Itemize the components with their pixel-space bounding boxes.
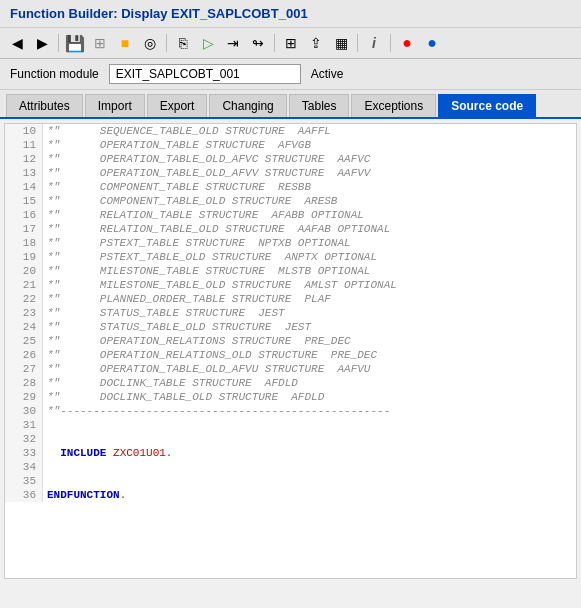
- line-number: 15: [5, 194, 43, 208]
- line-content[interactable]: *" DOCLINK_TABLE STRUCTURE AFDLD: [43, 376, 576, 390]
- toolbar-separator-3: [274, 34, 275, 52]
- toolbar-separator-4: [357, 34, 358, 52]
- grid-btn[interactable]: ▦: [330, 32, 352, 54]
- line-content[interactable]: *" COMPONENT_TABLE STRUCTURE RESBB: [43, 180, 576, 194]
- function-module-bar: Function module EXIT_SAPLCOBT_001 Active: [0, 59, 581, 90]
- line-number: 23: [5, 306, 43, 320]
- code-line-25: 25*" OPERATION_RELATIONS STRUCTURE PRE_D…: [5, 334, 576, 348]
- line-content[interactable]: *" OPERATION_TABLE_OLD_AFVU STRUCTURE AA…: [43, 362, 576, 376]
- red-icon-btn[interactable]: ●: [396, 32, 418, 54]
- line-number: 36: [5, 488, 43, 502]
- code-line-31: 31: [5, 418, 576, 432]
- shortcut-btn[interactable]: ⊞: [89, 32, 111, 54]
- code-line-32: 32: [5, 432, 576, 446]
- line-content[interactable]: ENDFUNCTION.: [43, 488, 576, 502]
- line-content[interactable]: *" RELATION_TABLE_OLD STRUCTURE AAFAB OP…: [43, 222, 576, 236]
- line-number: 12: [5, 152, 43, 166]
- line-number: 34: [5, 460, 43, 474]
- line-number: 29: [5, 390, 43, 404]
- line-number: 16: [5, 208, 43, 222]
- line-number: 22: [5, 292, 43, 306]
- color-btn[interactable]: ■: [114, 32, 136, 54]
- line-content[interactable]: *" OPERATION_TABLE STRUCTURE AFVGB: [43, 138, 576, 152]
- tab-export[interactable]: Export: [147, 94, 208, 117]
- code-line-10: 10*" SEQUENCE_TABLE_OLD STRUCTURE AAFFL: [5, 124, 576, 138]
- run-btn[interactable]: ▷: [197, 32, 219, 54]
- code-line-35: 35: [5, 474, 576, 488]
- title-text: Function Builder: Display EXIT_SAPLCOBT_…: [10, 6, 308, 21]
- tab-tables[interactable]: Tables: [289, 94, 350, 117]
- toolbar: ◀ ▶ 💾 ⊞ ■ ◎ ⎘ ▷ ⇥ ↬ ⊞ ⇪ ▦ i ● ●: [0, 28, 581, 59]
- line-content[interactable]: *" OPERATION_TABLE_OLD_AFVV STRUCTURE AA…: [43, 166, 576, 180]
- line-number: 27: [5, 362, 43, 376]
- line-content[interactable]: *" STATUS_TABLE_OLD STRUCTURE JEST: [43, 320, 576, 334]
- code-line-20: 20*" MILESTONE_TABLE STRUCTURE MLSTB OPT…: [5, 264, 576, 278]
- line-number: 13: [5, 166, 43, 180]
- tab-exceptions[interactable]: Exceptions: [351, 94, 436, 117]
- code-line-29: 29*" DOCLINK_TABLE_OLD STRUCTURE AFDLD: [5, 390, 576, 404]
- line-content[interactable]: *" OPERATION_TABLE_OLD_AFVC STRUCTURE AA…: [43, 152, 576, 166]
- line-content[interactable]: *"--------------------------------------…: [43, 404, 576, 418]
- line-content[interactable]: *" RELATION_TABLE STRUCTURE AFABB OPTION…: [43, 208, 576, 222]
- tab-bar: Attributes Import Export Changing Tables…: [0, 90, 581, 119]
- back-btn[interactable]: ◀: [6, 32, 28, 54]
- code-line-23: 23*" STATUS_TABLE STRUCTURE JEST: [5, 306, 576, 320]
- line-content[interactable]: *" STATUS_TABLE STRUCTURE JEST: [43, 306, 576, 320]
- copy-btn[interactable]: ⎘: [172, 32, 194, 54]
- title-bar: Function Builder: Display EXIT_SAPLCOBT_…: [0, 0, 581, 28]
- circle-btn[interactable]: ◎: [139, 32, 161, 54]
- blue-icon-btn[interactable]: ●: [421, 32, 443, 54]
- line-content[interactable]: *" PSTEXT_TABLE STRUCTURE NPTXB OPTIONAL: [43, 236, 576, 250]
- step-btn[interactable]: ⇥: [222, 32, 244, 54]
- line-content[interactable]: [43, 460, 576, 462]
- line-number: 25: [5, 334, 43, 348]
- line-number: 18: [5, 236, 43, 250]
- tab-changing[interactable]: Changing: [209, 94, 286, 117]
- line-content[interactable]: *" MILESTONE_TABLE STRUCTURE MLSTB OPTIO…: [43, 264, 576, 278]
- line-content[interactable]: INCLUDE ZXC01U01.: [43, 446, 576, 460]
- line-content[interactable]: [43, 432, 576, 434]
- forward-btn[interactable]: ▶: [31, 32, 53, 54]
- code-area[interactable]: 10*" SEQUENCE_TABLE_OLD STRUCTURE AAFFL1…: [4, 123, 577, 579]
- code-line-34: 34: [5, 460, 576, 474]
- save-btn[interactable]: 💾: [64, 32, 86, 54]
- table-btn[interactable]: ⊞: [280, 32, 302, 54]
- line-content[interactable]: [43, 474, 576, 476]
- tab-import[interactable]: Import: [85, 94, 145, 117]
- code-line-33: 33 INCLUDE ZXC01U01.: [5, 446, 576, 460]
- line-content[interactable]: *" OPERATION_RELATIONS_OLD STRUCTURE PRE…: [43, 348, 576, 362]
- line-number: 14: [5, 180, 43, 194]
- line-number: 17: [5, 222, 43, 236]
- info-btn[interactable]: i: [363, 32, 385, 54]
- line-content[interactable]: *" MILESTONE_TABLE_OLD STRUCTURE AMLST O…: [43, 278, 576, 292]
- line-content[interactable]: *" SEQUENCE_TABLE_OLD STRUCTURE AAFFL: [43, 124, 576, 138]
- tab-attributes[interactable]: Attributes: [6, 94, 83, 117]
- upload-btn[interactable]: ⇪: [305, 32, 327, 54]
- line-content[interactable]: *" COMPONENT_TABLE_OLD STRUCTURE ARESB: [43, 194, 576, 208]
- line-number: 32: [5, 432, 43, 446]
- arrow-btn[interactable]: ↬: [247, 32, 269, 54]
- fm-value: EXIT_SAPLCOBT_001: [109, 64, 301, 84]
- code-line-21: 21*" MILESTONE_TABLE_OLD STRUCTURE AMLST…: [5, 278, 576, 292]
- code-line-26: 26*" OPERATION_RELATIONS_OLD STRUCTURE P…: [5, 348, 576, 362]
- code-line-18: 18*" PSTEXT_TABLE STRUCTURE NPTXB OPTION…: [5, 236, 576, 250]
- line-number: 26: [5, 348, 43, 362]
- code-line-15: 15*" COMPONENT_TABLE_OLD STRUCTURE ARESB: [5, 194, 576, 208]
- fm-label: Function module: [10, 67, 99, 81]
- tab-source-code[interactable]: Source code: [438, 94, 536, 117]
- code-line-17: 17*" RELATION_TABLE_OLD STRUCTURE AAFAB …: [5, 222, 576, 236]
- code-line-22: 22*" PLANNED_ORDER_TABLE STRUCTURE PLAF: [5, 292, 576, 306]
- code-line-13: 13*" OPERATION_TABLE_OLD_AFVV STRUCTURE …: [5, 166, 576, 180]
- line-content[interactable]: *" OPERATION_RELATIONS STRUCTURE PRE_DEC: [43, 334, 576, 348]
- code-line-24: 24*" STATUS_TABLE_OLD STRUCTURE JEST: [5, 320, 576, 334]
- line-content[interactable]: *" PSTEXT_TABLE_OLD STRUCTURE ANPTX OPTI…: [43, 250, 576, 264]
- code-line-19: 19*" PSTEXT_TABLE_OLD STRUCTURE ANPTX OP…: [5, 250, 576, 264]
- line-content[interactable]: *" DOCLINK_TABLE_OLD STRUCTURE AFDLD: [43, 390, 576, 404]
- line-number: 28: [5, 376, 43, 390]
- code-container: 10*" SEQUENCE_TABLE_OLD STRUCTURE AAFFL1…: [5, 124, 576, 502]
- fm-status: Active: [311, 67, 344, 81]
- line-number: 10: [5, 124, 43, 138]
- line-content[interactable]: [43, 418, 576, 420]
- toolbar-separator-2: [166, 34, 167, 52]
- line-content[interactable]: *" PLANNED_ORDER_TABLE STRUCTURE PLAF: [43, 292, 576, 306]
